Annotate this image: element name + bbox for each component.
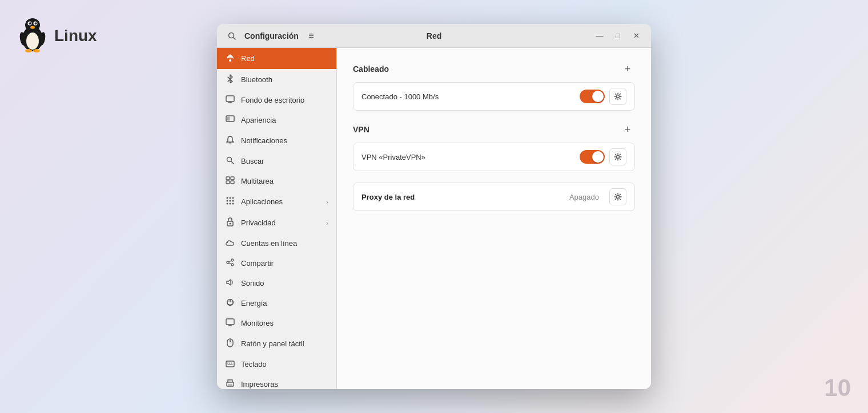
sidebar-label-notificaciones: Notificaciones xyxy=(241,136,328,145)
vpn-connection-label: VPN «PrivateVPN» xyxy=(361,153,580,161)
svg-point-61 xyxy=(617,156,620,159)
sidebar-item-fondo[interactable]: Fondo de escritorio xyxy=(217,90,336,110)
sidebar-label-apariencia: Apariencia xyxy=(241,116,328,124)
svg-point-35 xyxy=(227,203,228,205)
sidebar-item-energia[interactable]: Energía xyxy=(217,293,336,313)
sidebar-item-notificaciones[interactable]: Notificaciones xyxy=(217,130,336,151)
sidebar-item-buscar[interactable]: Buscar xyxy=(217,151,336,171)
apps-icon xyxy=(225,196,235,207)
svg-line-15 xyxy=(234,37,236,39)
sidebar-item-cuentas[interactable]: Cuentas en línea xyxy=(217,233,336,253)
sidebar-item-teclado[interactable]: Teclado xyxy=(217,354,336,374)
printer-icon xyxy=(225,379,235,389)
settings-window: Configuración ≡ Red — □ ✕ Red xyxy=(217,24,651,389)
sidebar-item-impresoras[interactable]: Impresoras xyxy=(217,374,336,389)
sidebar-item-aplicaciones[interactable]: Aplicaciones › xyxy=(217,191,336,212)
cableado-actions xyxy=(580,88,626,105)
svg-point-31 xyxy=(232,197,234,199)
sidebar-label-bluetooth: Bluetooth xyxy=(241,75,328,84)
svg-rect-28 xyxy=(231,181,234,184)
cableado-add-button[interactable]: + xyxy=(620,62,635,76)
cableado-connection-label: Conectado - 1000 Mb/s xyxy=(361,92,580,101)
cableado-settings-button[interactable] xyxy=(609,88,626,105)
svg-rect-21 xyxy=(227,117,230,121)
sidebar-label-privacidad: Privacidad xyxy=(241,218,320,227)
svg-point-60 xyxy=(617,95,620,98)
vpn-add-button[interactable]: + xyxy=(620,122,635,137)
cableado-section: Cableado + Conectado - 1000 Mb/s xyxy=(353,62,635,111)
svg-point-1 xyxy=(26,33,39,50)
sidebar-label-monitores: Monitores xyxy=(241,319,328,327)
window-title: Red xyxy=(427,31,441,41)
vpn-header: VPN + xyxy=(353,122,635,137)
vpn-card: VPN «PrivateVPN» xyxy=(353,143,635,171)
linux-logo-text: Linux xyxy=(54,27,97,45)
sidebar-item-apariencia[interactable]: Apariencia xyxy=(217,110,336,130)
svg-point-29 xyxy=(227,197,228,199)
sidebar-item-multitarea[interactable]: Multitarea xyxy=(217,171,336,191)
sidebar-item-monitores[interactable]: Monitores xyxy=(217,313,336,333)
proxy-section: Proxy de la red Apagado xyxy=(353,183,635,211)
svg-point-8 xyxy=(35,22,36,23)
cableado-toggle[interactable] xyxy=(580,90,605,103)
svg-point-42 xyxy=(231,264,234,266)
power-icon xyxy=(225,298,235,308)
sidebar-label-fondo: Fondo de escritorio xyxy=(241,96,328,104)
search-button[interactable] xyxy=(224,28,240,44)
svg-point-41 xyxy=(227,261,229,264)
search-sidebar-icon xyxy=(225,156,235,166)
sidebar-label-buscar: Buscar xyxy=(241,157,328,165)
cableado-title: Cableado xyxy=(353,64,389,74)
window-controls: — □ ✕ xyxy=(592,28,644,44)
svg-point-39 xyxy=(230,223,231,225)
monitor-icon xyxy=(225,318,235,328)
vpn-settings-button[interactable] xyxy=(609,148,626,165)
svg-point-9 xyxy=(30,26,35,29)
sidebar-item-compartir[interactable]: Compartir xyxy=(217,253,336,273)
privacidad-chevron-icon: › xyxy=(326,220,328,226)
svg-line-24 xyxy=(231,161,234,164)
sidebar-label-multitarea: Multitarea xyxy=(241,177,328,185)
sidebar-item-privacidad[interactable]: Privacidad › xyxy=(217,212,336,233)
sidebar-item-raton[interactable]: Ratón y panel táctil xyxy=(217,333,336,354)
svg-point-52 xyxy=(230,341,231,342)
menu-button[interactable]: ≡ xyxy=(303,28,319,44)
svg-point-10 xyxy=(25,49,32,52)
vpn-toggle[interactable] xyxy=(580,150,605,164)
sidebar-label-cuentas: Cuentas en línea xyxy=(241,239,328,248)
vpn-section: VPN + VPN «PrivateVPN» xyxy=(353,122,635,171)
close-button[interactable]: ✕ xyxy=(628,28,644,44)
sound-icon xyxy=(225,278,235,288)
proxy-card: Proxy de la red Apagado xyxy=(353,183,635,211)
sidebar-item-bluetooth[interactable]: Bluetooth xyxy=(217,69,336,90)
sidebar-label-compartir: Compartir xyxy=(241,259,328,268)
svg-rect-47 xyxy=(226,319,234,325)
sidebar-item-sonido[interactable]: Sonido xyxy=(217,273,336,293)
sidebar-item-red[interactable]: Red xyxy=(217,48,336,69)
share-icon xyxy=(225,258,235,268)
titlebar: Configuración ≡ Red — □ ✕ xyxy=(217,24,651,48)
svg-point-33 xyxy=(230,200,231,202)
svg-line-44 xyxy=(229,263,231,264)
svg-point-32 xyxy=(227,200,228,202)
linux-logo: Linux xyxy=(17,17,97,54)
sidebar-label-red: Red xyxy=(241,54,328,63)
svg-line-43 xyxy=(229,261,231,262)
svg-point-11 xyxy=(33,49,40,52)
maximize-button[interactable]: □ xyxy=(610,28,626,44)
keyboard-icon xyxy=(225,359,235,369)
sidebar: Red Bluetooth Fondo de xyxy=(217,48,337,389)
privacy-icon xyxy=(225,217,235,228)
appearance-icon xyxy=(225,115,235,125)
svg-point-7 xyxy=(29,22,30,23)
proxy-settings-button[interactable] xyxy=(609,188,626,205)
sidebar-label-teclado: Teclado xyxy=(241,360,328,369)
proxy-label: Proxy de la red xyxy=(361,193,569,201)
svg-point-62 xyxy=(617,196,620,199)
svg-rect-26 xyxy=(231,177,234,180)
svg-point-37 xyxy=(232,203,234,205)
proxy-actions: Apagado xyxy=(569,188,626,205)
network-icon xyxy=(225,53,235,64)
multitask-icon xyxy=(225,176,235,186)
minimize-button[interactable]: — xyxy=(592,28,608,44)
